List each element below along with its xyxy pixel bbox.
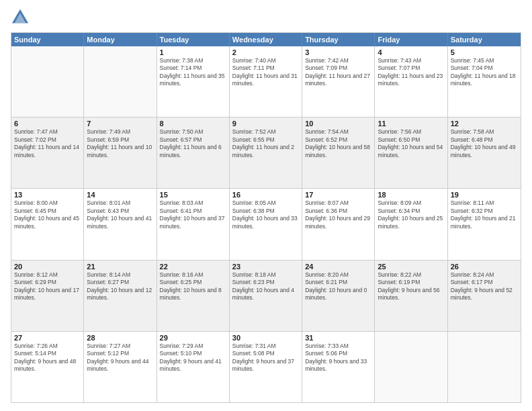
day-info: Sunrise: 7:56 AM Sunset: 6:50 PM Dayligh… [378,128,444,159]
day-info: Sunrise: 8:24 AM Sunset: 6:17 PM Dayligh… [451,271,518,302]
calendar-body: 1Sunrise: 7:38 AM Sunset: 7:14 PM Daylig… [11,46,521,402]
day-info: Sunrise: 7:49 AM Sunset: 6:59 PM Dayligh… [87,128,153,159]
day-number: 5 [451,48,518,56]
logo [11,8,32,27]
calendar-cell: 30Sunrise: 7:31 AM Sunset: 5:08 PM Dayli… [230,332,302,402]
day-info: Sunrise: 7:42 AM Sunset: 7:09 PM Dayligh… [305,57,371,88]
day-number: 4 [378,48,444,56]
calendar-row: 20Sunrise: 8:12 AM Sunset: 6:29 PM Dayli… [11,260,521,331]
day-info: Sunrise: 7:26 AM Sunset: 5:14 PM Dayligh… [14,342,81,373]
calendar-cell: 16Sunrise: 8:05 AM Sunset: 6:38 PM Dayli… [230,189,302,259]
day-info: Sunrise: 8:14 AM Sunset: 6:27 PM Dayligh… [87,271,153,302]
calendar-cell: 15Sunrise: 8:03 AM Sunset: 6:41 PM Dayli… [157,189,230,259]
day-number: 8 [160,120,226,128]
calendar-cell: 23Sunrise: 8:18 AM Sunset: 6:23 PM Dayli… [230,261,302,331]
calendar-cell: 18Sunrise: 8:09 AM Sunset: 6:34 PM Dayli… [375,189,447,259]
calendar-cell: 5Sunrise: 7:45 AM Sunset: 7:04 PM Daylig… [448,46,521,117]
logo-icon [11,8,30,27]
page: SundayMondayTuesdayWednesdayThursdayFrid… [0,0,532,411]
day-number: 30 [232,334,299,342]
calendar-row: 1Sunrise: 7:38 AM Sunset: 7:14 PM Daylig… [11,46,521,117]
calendar-cell: 8Sunrise: 7:50 AM Sunset: 6:57 PM Daylig… [157,118,230,188]
day-number: 10 [305,120,371,128]
weekday-header-sunday: Sunday [11,33,84,46]
day-number: 16 [232,191,299,199]
day-number: 22 [160,263,226,271]
weekday-header-friday: Friday [375,33,447,46]
day-info: Sunrise: 7:45 AM Sunset: 7:04 PM Dayligh… [451,57,518,88]
day-info: Sunrise: 8:05 AM Sunset: 6:38 PM Dayligh… [232,199,299,230]
calendar-cell: 27Sunrise: 7:26 AM Sunset: 5:14 PM Dayli… [11,332,84,402]
day-number: 6 [14,120,81,128]
calendar-row: 27Sunrise: 7:26 AM Sunset: 5:14 PM Dayli… [11,331,521,402]
day-number: 23 [232,263,299,271]
calendar-cell: 26Sunrise: 8:24 AM Sunset: 6:17 PM Dayli… [448,261,521,331]
calendar-cell: 22Sunrise: 8:16 AM Sunset: 6:25 PM Dayli… [157,261,230,331]
weekday-header-monday: Monday [84,33,157,46]
day-number: 17 [305,191,371,199]
day-info: Sunrise: 7:58 AM Sunset: 6:48 PM Dayligh… [451,128,518,159]
day-info: Sunrise: 8:22 AM Sunset: 6:19 PM Dayligh… [378,271,444,302]
calendar-cell: 4Sunrise: 7:43 AM Sunset: 7:07 PM Daylig… [375,46,447,117]
day-number: 31 [305,334,371,342]
day-number: 11 [378,120,444,128]
calendar-cell: 13Sunrise: 8:00 AM Sunset: 6:45 PM Dayli… [11,189,84,259]
calendar-cell: 17Sunrise: 8:07 AM Sunset: 6:36 PM Dayli… [302,189,375,259]
calendar-row: 13Sunrise: 8:00 AM Sunset: 6:45 PM Dayli… [11,188,521,259]
weekday-header-tuesday: Tuesday [157,33,230,46]
calendar-row: 6Sunrise: 7:47 AM Sunset: 7:02 PM Daylig… [11,117,521,188]
day-info: Sunrise: 7:33 AM Sunset: 5:06 PM Dayligh… [305,342,371,373]
day-number: 21 [87,263,153,271]
calendar-cell: 21Sunrise: 8:14 AM Sunset: 6:27 PM Dayli… [84,261,157,331]
calendar-cell: 14Sunrise: 8:01 AM Sunset: 6:43 PM Dayli… [84,189,157,259]
calendar-cell: 20Sunrise: 8:12 AM Sunset: 6:29 PM Dayli… [11,261,84,331]
day-info: Sunrise: 8:11 AM Sunset: 6:32 PM Dayligh… [451,199,518,230]
calendar-header: SundayMondayTuesdayWednesdayThursdayFrid… [11,33,521,46]
calendar-cell: 7Sunrise: 7:49 AM Sunset: 6:59 PM Daylig… [84,118,157,188]
day-number: 9 [232,120,299,128]
calendar-cell [11,46,84,117]
day-number: 7 [87,120,153,128]
day-info: Sunrise: 8:09 AM Sunset: 6:34 PM Dayligh… [378,199,444,230]
weekday-header-thursday: Thursday [302,33,375,46]
calendar-cell: 10Sunrise: 7:54 AM Sunset: 6:52 PM Dayli… [302,118,375,188]
day-info: Sunrise: 8:18 AM Sunset: 6:23 PM Dayligh… [232,271,299,302]
day-number: 13 [14,191,81,199]
day-number: 28 [87,334,153,342]
calendar-cell: 1Sunrise: 7:38 AM Sunset: 7:14 PM Daylig… [157,46,230,117]
weekday-header-saturday: Saturday [448,33,521,46]
day-info: Sunrise: 7:54 AM Sunset: 6:52 PM Dayligh… [305,128,371,159]
day-info: Sunrise: 7:47 AM Sunset: 7:02 PM Dayligh… [14,128,81,159]
day-number: 1 [160,48,226,56]
calendar-cell: 25Sunrise: 8:22 AM Sunset: 6:19 PM Dayli… [375,261,447,331]
day-number: 3 [305,48,371,56]
day-info: Sunrise: 8:00 AM Sunset: 6:45 PM Dayligh… [14,199,81,230]
calendar-cell [375,332,447,402]
day-info: Sunrise: 7:29 AM Sunset: 5:10 PM Dayligh… [160,342,226,373]
calendar-cell: 6Sunrise: 7:47 AM Sunset: 7:02 PM Daylig… [11,118,84,188]
calendar-cell: 24Sunrise: 8:20 AM Sunset: 6:21 PM Dayli… [302,261,375,331]
calendar-cell: 11Sunrise: 7:56 AM Sunset: 6:50 PM Dayli… [375,118,447,188]
calendar-cell: 28Sunrise: 7:27 AM Sunset: 5:12 PM Dayli… [84,332,157,402]
day-info: Sunrise: 7:52 AM Sunset: 6:55 PM Dayligh… [232,128,299,159]
calendar-cell: 12Sunrise: 7:58 AM Sunset: 6:48 PM Dayli… [448,118,521,188]
day-number: 20 [14,263,81,271]
day-info: Sunrise: 8:12 AM Sunset: 6:29 PM Dayligh… [14,271,81,302]
header [11,8,521,27]
day-number: 14 [87,191,153,199]
day-number: 26 [451,263,518,271]
day-info: Sunrise: 7:38 AM Sunset: 7:14 PM Dayligh… [160,57,226,88]
day-info: Sunrise: 8:01 AM Sunset: 6:43 PM Dayligh… [87,199,153,230]
day-info: Sunrise: 8:20 AM Sunset: 6:21 PM Dayligh… [305,271,371,302]
day-info: Sunrise: 7:50 AM Sunset: 6:57 PM Dayligh… [160,128,226,159]
day-info: Sunrise: 7:40 AM Sunset: 7:11 PM Dayligh… [232,57,299,88]
calendar-cell [448,332,521,402]
calendar-cell: 31Sunrise: 7:33 AM Sunset: 5:06 PM Dayli… [302,332,375,402]
calendar-cell: 29Sunrise: 7:29 AM Sunset: 5:10 PM Dayli… [157,332,230,402]
calendar-cell: 19Sunrise: 8:11 AM Sunset: 6:32 PM Dayli… [448,189,521,259]
day-info: Sunrise: 8:16 AM Sunset: 6:25 PM Dayligh… [160,271,226,302]
day-number: 18 [378,191,444,199]
weekday-header-wednesday: Wednesday [230,33,302,46]
calendar: SundayMondayTuesdayWednesdayThursdayFrid… [11,32,521,403]
day-info: Sunrise: 8:07 AM Sunset: 6:36 PM Dayligh… [305,199,371,230]
